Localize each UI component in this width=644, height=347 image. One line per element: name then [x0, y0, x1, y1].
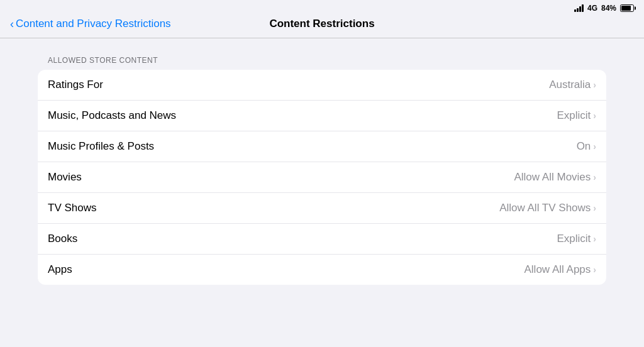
row-value-apps: Allow All Apps: [524, 263, 591, 276]
back-button-label: Content and Privacy Restrictions: [16, 18, 171, 30]
battery-icon: [620, 4, 634, 12]
row-value-ratings-for: Australia: [549, 79, 591, 91]
settings-row-movies[interactable]: MoviesAllow All Movies›: [38, 162, 606, 193]
row-value-music-profiles-posts: On: [577, 140, 591, 153]
row-chevron-icon-apps: ›: [593, 265, 596, 275]
row-chevron-icon-ratings-for: ›: [593, 80, 596, 90]
row-label-music-profiles-posts: Music Profiles & Posts: [48, 140, 154, 153]
row-chevron-icon-music-profiles-posts: ›: [593, 141, 596, 151]
row-value-music-podcasts-news: Explicit: [557, 109, 591, 122]
signal-icon: [574, 4, 584, 12]
settings-row-books[interactable]: BooksExplicit›: [38, 224, 606, 255]
row-value-container-tv-shows: Allow All TV Shows›: [499, 202, 596, 214]
row-label-books: Books: [48, 233, 77, 245]
nav-header: ‹ Content and Privacy Restrictions Conte…: [0, 15, 644, 38]
row-label-ratings-for: Ratings For: [48, 79, 103, 91]
row-value-container-music-profiles-posts: On›: [577, 140, 596, 153]
network-label: 4G: [587, 4, 597, 13]
section-label: ALLOWED STORE CONTENT: [38, 56, 606, 65]
settings-group: Ratings ForAustralia›Music, Podcasts and…: [38, 70, 606, 285]
row-label-tv-shows: TV Shows: [48, 202, 96, 214]
settings-row-tv-shows[interactable]: TV ShowsAllow All TV Shows›: [38, 193, 606, 224]
settings-row-apps[interactable]: AppsAllow All Apps›: [38, 255, 606, 285]
row-label-movies: Movies: [48, 171, 82, 184]
row-value-movies: Allow All Movies: [514, 171, 591, 184]
row-value-tv-shows: Allow All TV Shows: [499, 202, 591, 214]
row-value-books: Explicit: [557, 233, 591, 245]
row-value-container-ratings-for: Australia›: [549, 79, 596, 91]
row-value-container-books: Explicit›: [557, 233, 596, 245]
back-chevron-icon: ‹: [10, 18, 14, 30]
row-label-apps: Apps: [48, 263, 72, 276]
settings-row-ratings-for[interactable]: Ratings ForAustralia›: [38, 70, 606, 101]
back-button[interactable]: ‹ Content and Privacy Restrictions: [10, 18, 171, 30]
row-chevron-icon-books: ›: [593, 234, 596, 244]
settings-row-music-podcasts-news[interactable]: Music, Podcasts and NewsExplicit›: [38, 101, 606, 131]
row-chevron-icon-music-podcasts-news: ›: [593, 111, 596, 121]
battery-percent: 84%: [601, 4, 616, 13]
row-value-container-movies: Allow All Movies›: [514, 171, 596, 184]
page-title: Content Restrictions: [269, 18, 374, 30]
row-chevron-icon-tv-shows: ›: [593, 203, 596, 213]
row-label-music-podcasts-news: Music, Podcasts and News: [48, 109, 176, 122]
status-bar: 4G 84%: [0, 0, 644, 15]
row-chevron-icon-movies: ›: [593, 172, 596, 182]
settings-row-music-profiles-posts[interactable]: Music Profiles & PostsOn›: [38, 131, 606, 162]
row-value-container-music-podcasts-news: Explicit›: [557, 109, 596, 122]
row-value-container-apps: Allow All Apps›: [524, 263, 596, 276]
content-area: ALLOWED STORE CONTENT Ratings ForAustral…: [0, 38, 644, 297]
